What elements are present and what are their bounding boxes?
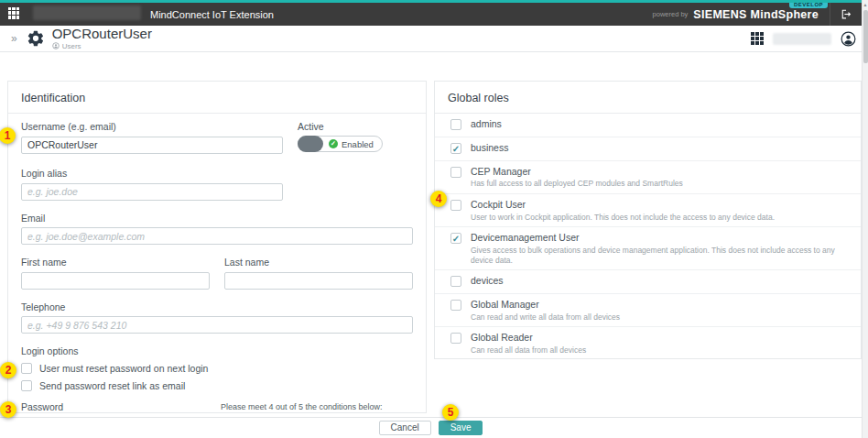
scroll-up-arrow-icon: ▲ [863, 0, 868, 9]
role-name: business [471, 141, 508, 156]
step-badge-3: 3 [0, 401, 16, 418]
action-bar: Cancel Save [0, 417, 862, 438]
username-input[interactable] [21, 137, 283, 154]
role-row-devicemanagement-user: Devicemanagement User Gives access to bu… [435, 226, 861, 269]
role-name: devices [471, 274, 504, 289]
role-row-global-reader: Global Reader Can read all data from all… [435, 326, 861, 359]
enabled-check-icon: ✓ [329, 139, 338, 148]
toggle-knob [298, 136, 323, 152]
role-name: Global Manager [471, 298, 620, 312]
scrollbar-thumb[interactable] [863, 10, 868, 63]
first-name-input[interactable] [21, 272, 210, 290]
role-checkbox[interactable] [450, 143, 461, 154]
step-badge-4: 4 [430, 191, 447, 207]
reset-password-checkbox[interactable] [21, 363, 32, 374]
username-label: Username (e.g. email) [21, 121, 283, 132]
page-header: » OPCRouterUser Users [0, 26, 862, 52]
role-description: Has full access to all deployed CEP modu… [471, 179, 683, 189]
toggle-state-label: Enabled [342, 139, 374, 149]
cancel-button[interactable]: Cancel [379, 421, 431, 435]
navbar-right: powered by SIEMENS MindSphere [653, 0, 868, 26]
first-name-label: First name [21, 257, 210, 268]
identification-card: Identification Username (e.g. email) Act… [7, 81, 427, 413]
role-checkbox[interactable] [450, 276, 461, 287]
role-row-admins: admins [435, 114, 861, 137]
main-content: Identification Username (e.g. email) Act… [0, 52, 862, 417]
role-checkbox[interactable] [450, 233, 461, 244]
save-button[interactable]: Save [439, 421, 483, 435]
role-description: User to work in Cockpit application. Thi… [471, 213, 775, 223]
last-name-label: Last name [224, 257, 413, 268]
app-switcher-icon[interactable] [751, 32, 764, 45]
role-row-devices: devices [435, 269, 861, 293]
screen: MindConnect IoT Extension powered by SIE… [0, 0, 868, 438]
roles-list: admins business CEP Manager Has full acc… [435, 114, 861, 359]
brand-logo: SIEMENS MindSphere [693, 8, 819, 21]
role-name: Devicemanagement User [471, 231, 848, 246]
role-description: Can read and write all data from all dev… [471, 312, 620, 323]
role-row-global-manager: Global Manager Can read and write all da… [435, 293, 861, 326]
app-launcher-button[interactable] [0, 0, 27, 26]
send-reset-link-checkbox[interactable] [21, 380, 32, 391]
page-title: OPCRouterUser [52, 27, 152, 41]
app-grid-icon [8, 7, 20, 19]
role-checkbox[interactable] [450, 119, 461, 130]
role-name: admins [471, 117, 502, 132]
role-checkbox[interactable] [450, 300, 461, 311]
global-roles-card: Global roles admins business CEP Manager [434, 81, 862, 359]
users-icon [52, 42, 60, 49]
title-block: OPCRouterUser Users [52, 27, 152, 50]
app-title: MindConnect IoT Extension [150, 6, 274, 20]
last-name-input[interactable] [224, 272, 413, 290]
email-label: Email [21, 213, 413, 224]
user-avatar-icon[interactable] [841, 31, 856, 47]
logout-button[interactable] [830, 3, 861, 26]
login-alias-input[interactable] [21, 183, 283, 201]
email-input[interactable] [21, 227, 413, 245]
step-badge-5: 5 [442, 404, 459, 421]
role-checkbox[interactable] [450, 333, 461, 344]
top-navbar: MindConnect IoT Extension powered by SIE… [0, 0, 868, 26]
logout-icon [840, 8, 852, 20]
breadcrumb: Users [52, 42, 152, 50]
role-checkbox[interactable] [450, 167, 461, 178]
send-reset-link-option: Send password reset link as email [21, 380, 413, 391]
active-label: Active [298, 121, 383, 132]
password-conditions: Please meet 4 out of 5 the conditions be… [221, 401, 413, 413]
password-label: Password [21, 401, 210, 412]
reset-password-option-label: User must reset password on next login [39, 363, 208, 374]
accent-strip [0, 0, 868, 3]
powered-by-label: powered by [653, 10, 689, 18]
login-options-label: Login options [21, 345, 413, 356]
role-name: CEP Manager [471, 165, 683, 180]
login-alias-label: Login alias [21, 168, 283, 179]
sidebar-expand-chevron-icon[interactable]: » [11, 32, 17, 45]
role-name: Global Reader [471, 331, 586, 345]
conditions-intro: Please meet 4 out of 5 the conditions be… [221, 402, 413, 411]
role-row-business: business [435, 137, 861, 160]
role-row-cockpit-user: Cockpit User User to work in Cockpit app… [435, 193, 861, 226]
telephone-input[interactable] [21, 316, 413, 334]
header-right [751, 31, 856, 47]
active-toggle[interactable]: ✓ Enabled [298, 136, 383, 152]
role-description: Gives access to bulk operations and devi… [471, 246, 848, 265]
role-checkbox[interactable] [450, 200, 461, 211]
role-name: Cockpit User [471, 198, 775, 213]
global-roles-heading: Global roles [435, 82, 861, 114]
identification-heading: Identification [8, 82, 426, 114]
send-reset-link-option-label: Send password reset link as email [39, 380, 185, 391]
reset-password-option: User must reset password on next login [21, 363, 413, 374]
role-description: Can read all data from all devices [471, 345, 586, 356]
role-row-cep-manager: CEP Manager Has full access to all deplo… [435, 160, 861, 193]
telephone-label: Telephone [21, 301, 413, 312]
tenant-name-redacted [33, 5, 141, 20]
breadcrumb-label: Users [62, 42, 81, 50]
current-user-redacted [773, 33, 831, 45]
gear-icon [27, 29, 45, 48]
vertical-scrollbar[interactable]: ▲ [862, 0, 868, 438]
step-badge-2: 2 [0, 362, 16, 378]
